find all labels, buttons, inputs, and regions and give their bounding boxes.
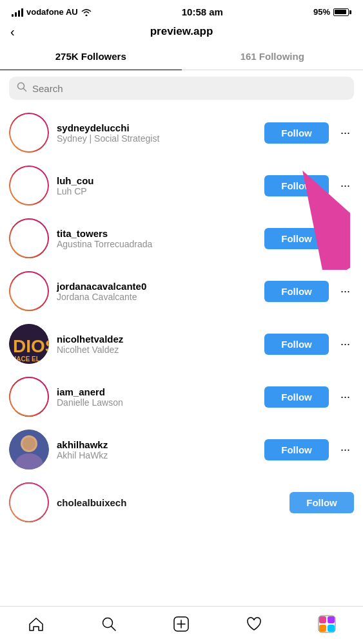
list-item: jordanacavalcante0 Jordana Cavalcante Fo… (0, 265, 363, 317)
avatar (9, 113, 49, 153)
follow-button[interactable]: Follow (289, 492, 354, 513)
svg-point-18 (21, 383, 37, 401)
follow-button[interactable]: Follow (264, 281, 329, 302)
display-name: Akhil HaWkz (57, 450, 257, 460)
svg-text:DIOS: DIOS (13, 336, 49, 356)
svg-point-3 (15, 137, 43, 153)
list-item: sydneydelucchi Sydney | Social Strategis… (0, 106, 363, 159)
user-info: cholealbuixech (57, 497, 282, 508)
list-item: tita_towers Agustina Torrecuadrada Follo… (0, 212, 363, 265)
status-time: 10:58 am (182, 6, 223, 17)
nav-add[interactable] (167, 613, 195, 635)
user-info: akhilhawkz Akhil HaWkz (57, 439, 257, 460)
avatar (9, 218, 49, 258)
follow-button[interactable]: Follow (264, 228, 329, 249)
avatar: DIOS HACE EL (9, 324, 49, 364)
tab-followers[interactable]: 275K Followers (0, 43, 182, 70)
more-options-button[interactable]: ··· (337, 285, 354, 297)
user-info: nicolhetvaldez Nicolhet Valdez (57, 334, 257, 355)
user-info: iam_anerd Danielle Lawson (57, 386, 257, 408)
follow-button[interactable]: Follow (264, 175, 329, 196)
back-button[interactable]: ‹ (10, 24, 15, 39)
avatar (9, 377, 49, 417)
svg-line-1 (24, 89, 26, 91)
avatar (9, 482, 49, 522)
carrier-label: vodafone AU (26, 7, 78, 17)
nav-profile[interactable] (313, 613, 341, 635)
more-options-button[interactable]: ··· (337, 232, 354, 244)
list-item: DIOS HACE EL nicolhetvaldez Nicolhet Val… (0, 317, 363, 370)
more-options-button[interactable]: ··· (337, 127, 354, 138)
username: luh_cou (57, 175, 257, 186)
svg-point-4 (21, 120, 37, 135)
battery-percent: 95% (313, 7, 330, 17)
display-name: Danielle Lawson (57, 397, 257, 408)
username: akhilhawkz (57, 439, 257, 450)
nav-search[interactable] (95, 613, 123, 635)
user-info: luh_cou Luh CP (57, 175, 257, 196)
add-icon (173, 616, 190, 632)
username: sydneydelucchi (57, 122, 257, 133)
wifi-icon (81, 8, 92, 16)
list-item: akhilhawkz Akhil HaWkz Follow ··· (0, 423, 363, 476)
nav-home[interactable] (22, 613, 50, 635)
search-nav-icon (101, 616, 117, 632)
follow-button[interactable]: Follow (264, 334, 329, 355)
display-name: Jordana Cavalcante (57, 292, 257, 302)
tab-following[interactable]: 161 Following (182, 43, 364, 70)
list-item: iam_anerd Danielle Lawson Follow ··· (0, 370, 363, 423)
avatar (9, 271, 49, 311)
display-name: Agustina Torrecuadrada (57, 239, 257, 249)
svg-point-7 (21, 173, 37, 188)
follow-button[interactable]: Follow (264, 439, 329, 460)
svg-rect-35 (328, 616, 335, 623)
content-area: sydneydelucchi Sydney | Social Strategis… (0, 70, 363, 574)
user-list: sydneydelucchi Sydney | Social Strategis… (0, 106, 363, 529)
status-bar: vodafone AU 10:58 am 95% (0, 0, 363, 21)
avatar (9, 430, 49, 469)
svg-point-12 (21, 278, 37, 296)
heart-icon (246, 616, 262, 632)
svg-rect-34 (319, 616, 326, 623)
list-item: cholealbuixech Follow (0, 476, 363, 529)
svg-text:HACE EL: HACE EL (12, 355, 40, 363)
username: nicolhetvaldez (57, 334, 257, 345)
home-icon (28, 616, 44, 632)
user-info: tita_towers Agustina Torrecuadrada (57, 228, 257, 249)
svg-point-6 (15, 189, 43, 205)
display-name: Luh CP (57, 186, 257, 196)
more-options-button[interactable]: ··· (337, 444, 354, 455)
more-options-button[interactable]: ··· (337, 338, 354, 350)
search-bar[interactable] (9, 77, 354, 100)
search-input[interactable] (32, 83, 346, 94)
avatar (9, 166, 49, 205)
header: ‹ preview.app (0, 21, 363, 43)
display-name: Sydney | Social Strategist (57, 133, 257, 144)
svg-rect-37 (328, 625, 335, 632)
more-options-button[interactable]: ··· (337, 180, 354, 191)
username: tita_towers (57, 228, 257, 239)
display-name: Nicolhet Valdez (57, 345, 257, 355)
header-title: preview.app (150, 25, 213, 38)
status-left: vodafone AU (12, 7, 92, 17)
battery-icon (333, 8, 351, 16)
list-item: luh_cou Luh CP Follow ··· (0, 159, 363, 212)
follow-button[interactable]: Follow (264, 386, 329, 408)
profile-icon (318, 615, 336, 633)
svg-point-25 (21, 489, 37, 507)
svg-line-29 (111, 627, 115, 631)
signal-icon (12, 8, 23, 17)
username: jordanacavalcante0 (57, 281, 257, 292)
search-section (0, 70, 363, 106)
status-right: 95% (313, 7, 351, 17)
user-info: jordanacavalcante0 Jordana Cavalcante (57, 281, 257, 302)
bottom-nav (0, 606, 363, 644)
svg-point-9 (21, 225, 37, 243)
nav-activity[interactable] (240, 613, 268, 635)
tabs-container: 275K Followers 161 Following (0, 43, 363, 70)
username: cholealbuixech (57, 497, 282, 508)
svg-point-23 (23, 437, 35, 450)
svg-rect-36 (319, 625, 326, 632)
more-options-button[interactable]: ··· (337, 391, 354, 402)
follow-button[interactable]: Follow (264, 122, 329, 144)
